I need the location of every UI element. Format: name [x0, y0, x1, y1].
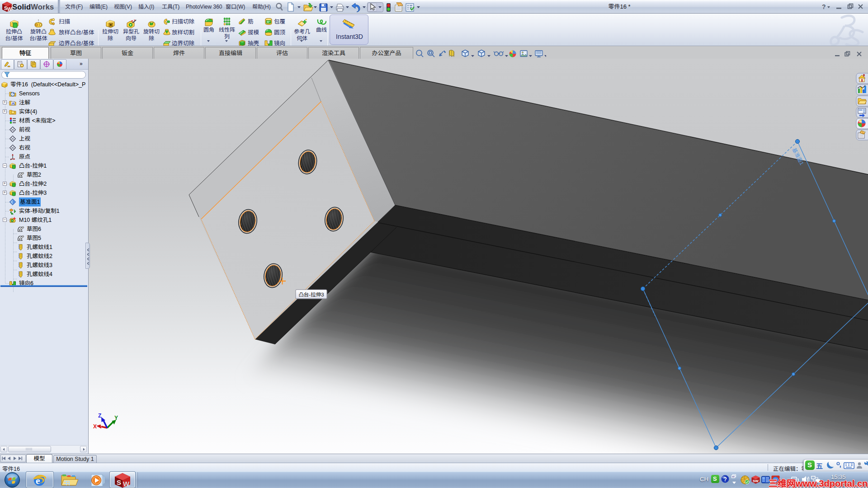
svg-text:凸台-拉伸3: 凸台-拉伸3 [298, 292, 324, 297]
svg-text:Y: Y [114, 415, 118, 421]
svg-text:X: X [93, 423, 97, 430]
svg-text:W: W [123, 480, 130, 488]
svg-text:A: A [12, 101, 14, 106]
svg-text:W: W [7, 6, 12, 12]
svg-text:SW: SW [753, 479, 759, 483]
svg-text:S: S [117, 479, 121, 486]
svg-text:?: ? [724, 476, 727, 483]
svg-text:?: ? [822, 3, 826, 10]
svg-text:Z: Z [98, 413, 101, 419]
